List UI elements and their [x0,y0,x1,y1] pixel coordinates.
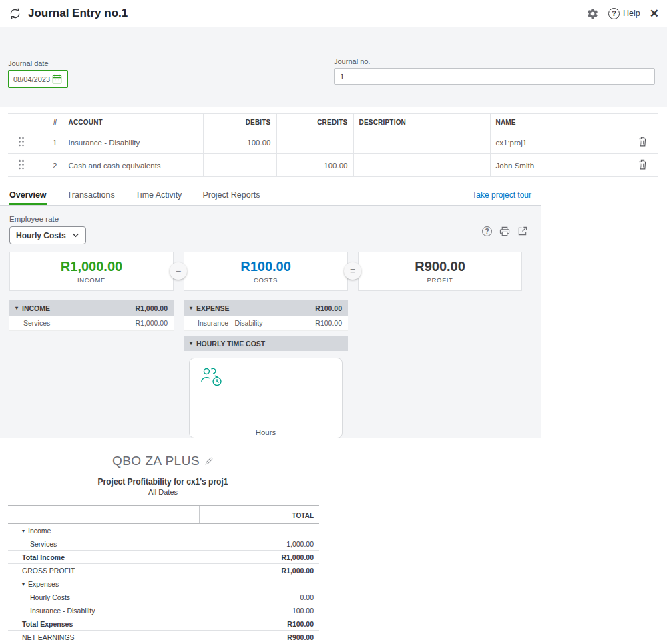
debits-cell[interactable]: 100.00 [203,131,276,154]
credits-cell[interactable]: 100.00 [276,154,353,177]
report-company-row: QBO ZA PLUS [0,454,326,468]
summary-cards: R1,000.00 INCOME R100.00 COSTS R900.00 P… [9,252,522,291]
report-header-row: TOTAL [8,505,319,524]
description-cell[interactable] [353,154,490,177]
hourly-panel-title: HOURLY TIME COST [196,340,265,348]
people-clock-icon [199,366,224,391]
row-value[interactable]: 100.00 [292,607,319,615]
table-row: 2 Cash and cash equivalents 100.00 John … [8,154,658,177]
row-label: NET EARNINGS [22,633,75,641]
print-icon[interactable] [499,226,510,236]
account-cell[interactable]: Cash and cash equivalents [63,154,203,177]
collapse-caret-icon: ▾ [190,340,192,346]
help-icon: ? [608,8,620,19]
table-row: 1 Insurance - Disability 100.00 cx1:proj… [8,131,658,154]
edit-pencil-icon[interactable] [204,456,214,466]
line-number: 2 [35,154,63,177]
tab-overview[interactable]: Overview [9,185,47,205]
income-panel-header[interactable]: ▾ INCOME R1,000.00 [9,300,174,316]
tab-project-reports[interactable]: Project Reports [202,185,260,205]
row-label: Total Income [22,553,65,561]
project-tabbar: Overview Transactions Time Activity Proj… [0,185,541,206]
tab-time-activity[interactable]: Time Activity [136,185,182,205]
income-breakdown-panel: ▾ INCOME R1,000.00 Services R1,000.00 [9,300,174,331]
expense-breakdown-panel: ▾ EXPENSE R100.00 Insurance - Disability… [184,300,348,331]
name-cell[interactable]: John Smith [490,154,628,177]
account-cell[interactable]: Insurance - Disability [63,131,203,154]
take-project-tour-link[interactable]: Take project tour [472,185,531,205]
drag-handle-icon[interactable] [8,131,35,154]
chevron-down-icon [72,233,79,238]
settings-gear-icon[interactable] [586,7,599,20]
income-card-label: INCOME [77,276,105,284]
profit-amount: R900.00 [415,259,465,274]
hours-axis-label: Hours [190,428,342,436]
report-detail-row: Hourly Costs 0.00 [8,591,319,604]
row-label: Income [28,527,51,535]
costs-card-label: COSTS [254,276,278,284]
row-value[interactable]: 1,000.00 [286,540,319,548]
account-column-header: ACCOUNT [63,114,203,131]
overview-toolbar: ? [482,226,527,236]
total-column-header: TOTAL [292,512,314,519]
costs-card: R100.00 COSTS [184,252,348,291]
report-detail-row: Services 1,000.00 [8,537,319,551]
journal-date-box[interactable] [8,70,68,88]
name-cell[interactable]: cx1:proj1 [490,131,628,154]
hourly-panel-header[interactable]: ▾ HOURLY TIME COST [184,336,348,351]
row-value: R900.00 [287,633,319,641]
tab-transactions[interactable]: Transactions [67,185,115,205]
expense-panel-title: EXPENSE [196,304,230,312]
help-button[interactable]: ? Help [608,8,640,19]
info-help-icon[interactable]: ? [482,226,492,236]
help-label: Help [623,9,640,18]
report-detail-row: Insurance - Disability 100.00 [8,604,319,617]
delete-row-icon[interactable] [628,131,658,154]
row-label: Services [30,540,57,548]
list-item: Insurance - Disability R100.00 [184,316,348,331]
journal-no-input[interactable] [334,68,655,85]
employee-rate-select[interactable]: Hourly Costs [9,226,86,244]
description-column-header: DESCRIPTION [353,114,490,131]
collapse-caret-icon: ▾ [22,581,25,587]
debits-cell[interactable] [203,154,276,177]
profit-card-label: PROFIT [427,276,453,284]
list-item: Services R1,000.00 [9,316,174,331]
hourly-time-cost-panel: ▾ HOURLY TIME COST Hours [184,336,348,351]
calendar-icon[interactable] [52,74,62,84]
journal-date-input[interactable] [13,75,52,83]
row-value: R100.00 [287,620,319,628]
actions-column-header [628,114,658,131]
journal-lines-table: # ACCOUNT DEBITS CREDITS DESCRIPTION NAM… [8,113,658,177]
delete-row-icon[interactable] [628,154,658,177]
header-actions: ? Help ✕ [586,7,659,20]
row-value: R1,000.00 [282,567,319,575]
employee-rate-label: Employee rate [9,215,59,223]
row-label: GROSS PROFIT [22,567,75,575]
table-header-row: # ACCOUNT DEBITS CREDITS DESCRIPTION NAM… [8,114,658,131]
hours-chart-box: Hours [189,358,343,438]
recurring-journal-icon [8,7,22,21]
report-total-row: Total Income R1,000.00 [8,551,319,564]
report-group-row-income[interactable]: ▾ Income [8,524,319,537]
report-title: Project Profitability for cx1's proj1 [0,477,326,487]
expense-panel-header[interactable]: ▾ EXPENSE R100.00 [184,300,348,316]
description-cell[interactable] [353,131,490,154]
costs-amount: R100.00 [240,259,291,274]
report-subtitle: All Dates [0,488,326,496]
app-header: Journal Entry no.1 ? Help ✕ [0,0,667,27]
export-icon[interactable] [517,226,527,236]
close-icon[interactable]: ✕ [650,8,659,19]
credits-cell[interactable] [276,131,353,154]
report-group-row-expenses[interactable]: ▾ Expenses [8,577,319,591]
collapse-caret-icon: ▾ [22,528,25,534]
drag-handle-icon[interactable] [8,154,35,177]
line-number: 1 [35,131,63,154]
minus-operator-icon: − [170,262,187,280]
equals-operator-icon: = [344,262,361,280]
expense-row-value: R100.00 [315,319,342,327]
journal-no-field: Journal no. [334,57,655,85]
income-row-label: Services [23,319,50,327]
profitability-report: QBO ZA PLUS Project Profitability for cx… [0,438,326,644]
row-value[interactable]: 0.00 [300,593,319,601]
